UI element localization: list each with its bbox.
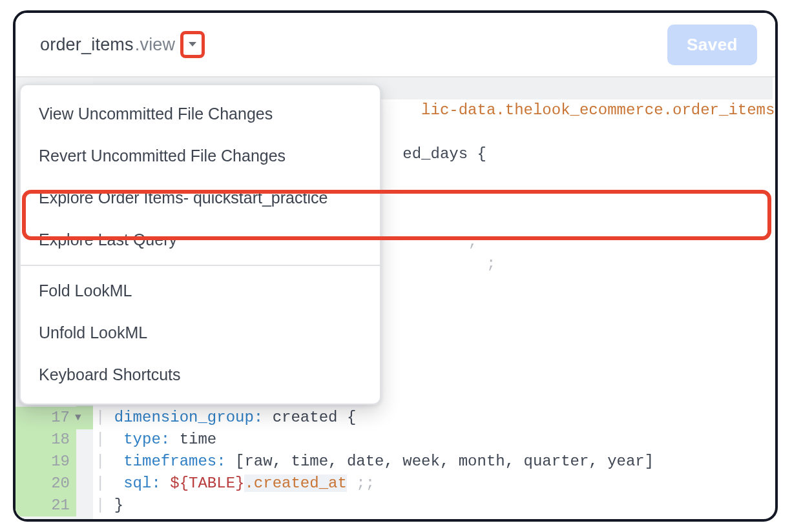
menu-divider	[21, 265, 380, 266]
code-line: 19 | timeframes: [raw, time, date, week,…	[16, 451, 775, 473]
caret-down-icon	[188, 41, 197, 48]
file-basename: order_items	[40, 35, 134, 55]
app-frame: order_items.view Saved sql_table_name: l…	[13, 10, 778, 522]
line-number: 20	[16, 473, 76, 495]
menu-item-explore-last-query[interactable]: Explore Last Query	[21, 219, 380, 261]
menu-item-revert-uncommitted[interactable]: Revert Uncommitted File Changes	[21, 135, 380, 177]
saved-button[interactable]: Saved	[667, 25, 757, 65]
line-number: 19	[16, 451, 76, 473]
line-number: 21	[16, 495, 76, 517]
menu-item-fold-lookml[interactable]: Fold LookML	[21, 270, 380, 312]
line-number: 18	[16, 429, 76, 451]
file-dropdown-menu: View Uncommitted File Changes Revert Unc…	[19, 84, 381, 405]
file-header: order_items.view Saved	[16, 13, 775, 77]
menu-item-explore-order-items[interactable]: Explore Order Items- quickstart_practice	[21, 177, 380, 219]
menu-item-keyboard-shortcuts[interactable]: Keyboard Shortcuts	[21, 354, 380, 396]
fold-toggle-icon[interactable]: ▼	[75, 412, 81, 424]
menu-item-view-uncommitted[interactable]: View Uncommitted File Changes	[21, 93, 380, 135]
code-line: 20 | sql: ${TABLE}.created_at ;;	[16, 473, 775, 495]
file-tab[interactable]: order_items.view	[40, 31, 205, 58]
menu-item-unfold-lookml[interactable]: Unfold LookML	[21, 312, 380, 354]
file-dropdown-trigger[interactable]	[180, 31, 205, 58]
code-line: 18 | type: time	[16, 429, 775, 451]
line-number: 17	[16, 407, 76, 429]
code-line: 17 ▼ | dimension_group: created {	[16, 407, 775, 429]
file-extension: .view	[135, 35, 176, 55]
code-line: 21 | }	[16, 495, 775, 517]
